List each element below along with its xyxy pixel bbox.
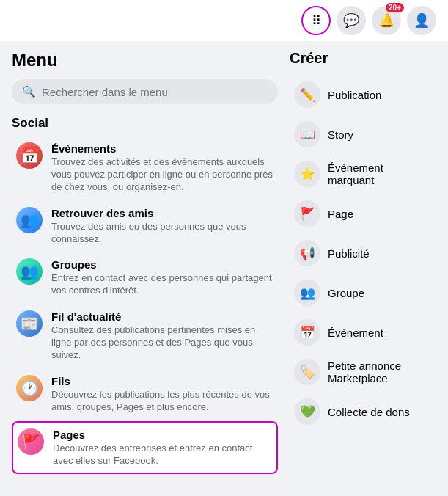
create-item-icon: ✏️: [294, 81, 320, 108]
messenger-icon: 💬: [343, 12, 359, 29]
menu-item-name: Fils: [51, 375, 273, 387]
create-item-icon: 💚: [294, 398, 320, 425]
create-items-list: ✏️ Publication 📖 Story ⭐ Évènement marqu…: [290, 76, 436, 431]
menu-item-name: Retrouver des amis: [51, 207, 273, 219]
menu-item-icon: 🕐: [16, 375, 43, 401]
create-item[interactable]: 📢 Publicité: [290, 234, 436, 272]
menu-item-icon: 📰: [16, 310, 43, 337]
social-section-title: Social: [12, 116, 278, 131]
menu-item-icon: 🚩: [18, 428, 44, 455]
create-item-label: Évènement: [328, 327, 383, 339]
menu-item-name: Fil d'actualité: [51, 310, 273, 323]
menu-item-name: Évènements: [51, 142, 273, 155]
search-box[interactable]: 🔍: [12, 79, 278, 104]
menu-item-text: Fil d'actualité Consultez des publicatio…: [51, 310, 273, 362]
create-item[interactable]: 💚 Collecte de dons: [290, 393, 436, 431]
avatar-icon: 👤: [414, 12, 430, 29]
left-panel: Menu 🔍 Social 📅 Évènements Trouvez des a…: [12, 50, 278, 487]
menu-item-text: Groupes Entrez en contact avec des perso…: [51, 258, 273, 297]
main-container: Menu 🔍 Social 📅 Évènements Trouvez des a…: [0, 41, 448, 496]
menu-item-desc: Trouvez des amis ou des personnes que vo…: [51, 221, 273, 246]
messenger-button[interactable]: 💬: [337, 6, 366, 35]
menu-item-desc: Découvrez les publications les plus réce…: [51, 389, 273, 414]
create-item-label: Publication: [328, 89, 381, 101]
apps-icon: ⠿: [312, 12, 321, 29]
menu-item-name: Groupes: [51, 258, 273, 271]
create-item-label: Collecte de dons: [328, 406, 410, 418]
menu-item[interactable]: 👥 Groupes Entrez en contact avec des per…: [12, 252, 278, 303]
menu-item-icon: 👥: [16, 207, 43, 233]
menu-item-name: Pages: [53, 428, 272, 441]
avatar-button[interactable]: 👤: [407, 6, 436, 35]
topbar: ⠿ 💬 🔔 20+ 👤: [0, 0, 448, 41]
create-item-icon: 🏷️: [294, 359, 320, 385]
menu-item-desc: Trouvez des activités et des évènements …: [51, 156, 273, 194]
right-panel: Créer ✏️ Publication 📖 Story ⭐ Évènement…: [290, 50, 436, 487]
menu-title: Menu: [12, 50, 278, 70]
menu-item-desc: Découvrez des entreprises et entrez en c…: [53, 442, 272, 467]
create-title: Créer: [290, 50, 436, 67]
menu-item-icon: 👥: [16, 258, 43, 285]
create-item-icon: 📢: [294, 240, 320, 266]
create-item[interactable]: 👥 Groupe: [290, 274, 436, 312]
create-item[interactable]: ✏️ Publication: [290, 76, 436, 114]
bell-icon: 🔔: [378, 12, 394, 29]
create-item-icon: 👥: [294, 280, 320, 306]
menu-item-desc: Consultez des publications pertinentes m…: [51, 324, 273, 362]
create-item-icon: ⭐: [294, 161, 320, 187]
create-item-label: Story: [328, 128, 353, 141]
menu-item[interactable]: 🕐 Fils Découvrez les publications les pl…: [12, 369, 278, 420]
search-input[interactable]: [42, 86, 268, 98]
notifications-button[interactable]: 🔔 20+: [372, 6, 401, 35]
menu-item[interactable]: 📅 Évènements Trouvez des activités et de…: [12, 136, 278, 200]
menu-item-desc: Entrez en contact avec des personnes qui…: [51, 272, 273, 297]
create-item-label: Petite annonce Marketplace: [328, 360, 432, 384]
menu-item[interactable]: 👥 Retrouver des amis Trouvez des amis ou…: [12, 201, 278, 252]
create-item-icon: 📖: [294, 121, 320, 147]
create-item-label: Page: [328, 208, 353, 220]
menu-item[interactable]: 🚩 Pages Découvrez des entreprises et ent…: [12, 421, 278, 475]
menu-item-text: Retrouver des amis Trouvez des amis ou d…: [51, 207, 273, 246]
menu-item-text: Fils Découvrez les publications les plus…: [51, 375, 273, 414]
create-item[interactable]: 🚩 Page: [290, 194, 436, 233]
menu-item-icon: 📅: [16, 142, 43, 169]
notifications-badge: 20+: [386, 3, 404, 12]
create-item[interactable]: 🏷️ Petite annonce Marketplace: [290, 353, 436, 391]
search-icon: 🔍: [22, 85, 36, 98]
menu-item[interactable]: 📰 Fil d'actualité Consultez des publicat…: [12, 304, 278, 368]
create-item-icon: 🚩: [294, 200, 320, 227]
create-item-label: Publicité: [328, 247, 370, 260]
apps-button[interactable]: ⠿: [301, 6, 331, 35]
create-item-label: Évènement marquant: [328, 161, 432, 186]
menu-item-text: Évènements Trouvez des activités et des …: [51, 142, 273, 194]
create-item-label: Groupe: [328, 287, 364, 299]
create-item-icon: 📅: [294, 319, 320, 346]
create-item[interactable]: 📖 Story: [290, 115, 436, 153]
menu-item-text: Pages Découvrez des entreprises et entre…: [53, 428, 272, 467]
menu-items-list: 📅 Évènements Trouvez des activités et de…: [12, 136, 278, 474]
create-item[interactable]: 📅 Évènement: [290, 313, 436, 351]
create-item[interactable]: ⭐ Évènement marquant: [290, 155, 436, 193]
